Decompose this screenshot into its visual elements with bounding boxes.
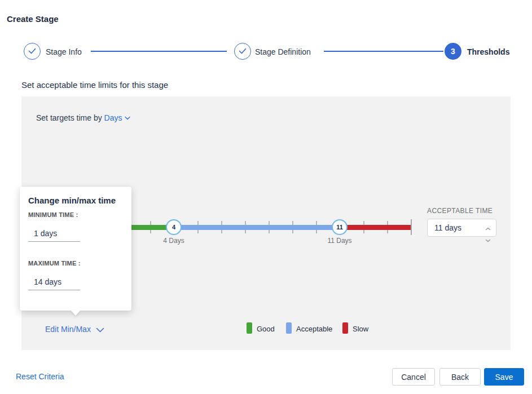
legend-label-slow: Slow: [353, 325, 368, 333]
cancel-button[interactable]: Cancel: [392, 368, 435, 386]
acceptable-time-input[interactable]: [434, 220, 480, 236]
slider-handle-max-label: 11 Days: [317, 237, 362, 245]
minmax-popover: Change min/max time MINIMUM TIME : MAXIM…: [20, 187, 131, 311]
acceptable-time-spinner: [485, 223, 491, 245]
chevron-down-icon: [91, 325, 104, 334]
legend-label-acceptable: Acceptable: [296, 325, 332, 333]
minimum-time-field: [28, 225, 80, 242]
slider-handle-min-label: 4 Days: [151, 237, 196, 245]
maximum-time-input[interactable]: [28, 273, 80, 290]
slider-segment-acceptable: [174, 225, 340, 230]
check-icon: [28, 46, 36, 56]
chevron-down-icon: [122, 113, 130, 122]
time-slider-track[interactable]: [103, 225, 411, 230]
acceptable-time-label: ACCEPTABLE TIME: [427, 207, 493, 215]
legend-swatch-2: [342, 322, 348, 334]
save-button[interactable]: Save: [484, 368, 524, 386]
maximum-time-field: [28, 273, 80, 290]
popover-title: Change min/max time: [28, 196, 116, 205]
targets-unit-dropdown[interactable]: Days: [104, 113, 130, 122]
popover-arrow: [71, 311, 80, 316]
legend-label-good: Good: [257, 325, 275, 333]
slider-handle-min-value: 4: [172, 224, 175, 231]
step-3-number: 3: [451, 47, 455, 56]
step-connector-2: [324, 51, 443, 52]
step-3-active-circle[interactable]: 3: [445, 43, 461, 60]
step-1-label[interactable]: Stage Info: [46, 47, 82, 56]
back-button[interactable]: Back: [439, 368, 481, 386]
set-targets-prefix: Set targets time by: [36, 113, 102, 122]
acceptable-time-box: [427, 219, 496, 237]
create-stage-page: Create Stage Stage Info Stage Definition…: [0, 0, 532, 394]
minimum-time-input[interactable]: [28, 225, 80, 241]
slider-segment-slow: [340, 225, 411, 230]
slider-handle-max[interactable]: 11: [332, 219, 348, 235]
slider-handle-max-value: 11: [336, 224, 343, 231]
set-targets-line: Set targets time by Days: [36, 113, 130, 122]
section-heading: Set acceptable time limits for this stag…: [21, 80, 168, 90]
check-icon: [239, 46, 247, 56]
slider-handle-min[interactable]: 4: [166, 219, 182, 235]
maximum-time-label: MAXIMUM TIME :: [28, 260, 81, 267]
legend-swatch-0: [247, 322, 252, 334]
targets-unit-value: Days: [104, 113, 122, 122]
reset-criteria-link[interactable]: Reset Criteria: [16, 372, 64, 381]
legend-swatch-1: [286, 322, 292, 334]
slider-tick: [411, 219, 412, 235]
step-2-label[interactable]: Stage Definition: [255, 47, 311, 56]
step-3-label[interactable]: Thresholds: [467, 47, 509, 56]
step-1-complete-circle[interactable]: [24, 43, 41, 60]
step-2-complete-circle[interactable]: [234, 43, 251, 60]
step-connector-1: [91, 51, 227, 52]
edit-minmax-label: Edit Min/Max: [45, 325, 91, 334]
minimum-time-label: MINIMUM TIME :: [28, 211, 78, 218]
edit-minmax-link[interactable]: Edit Min/Max: [45, 325, 104, 334]
chevron-down-icon[interactable]: [485, 234, 491, 245]
chevron-up-icon[interactable]: [485, 223, 491, 233]
page-title: Create Stage: [7, 14, 59, 24]
